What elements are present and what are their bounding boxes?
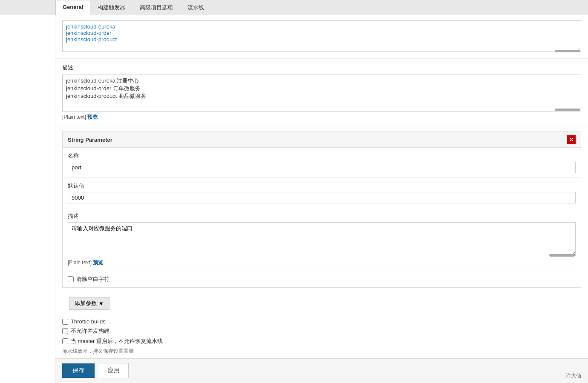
param-preview-link[interactable]: 预览 [93, 260, 103, 266]
param-name-field: 名称 [63, 148, 581, 178]
plain-text-label: [Plain text] [62, 114, 86, 120]
tab-advanced-options[interactable]: 高级项目选项 [133, 0, 180, 15]
trim-field: 清除空白字符 [63, 271, 581, 287]
add-param-container: 添加参数 ▼ [62, 293, 581, 314]
description-preview-link[interactable]: 预览 [87, 114, 98, 120]
username-footer: 许大仙 [566, 372, 581, 380]
add-param-label: 添加参数 [75, 300, 97, 307]
param-preview-row: [Plain text] 预览 [68, 259, 103, 266]
throttle-builds-checkbox[interactable] [62, 319, 68, 325]
param-default-input[interactable] [68, 192, 576, 203]
trim-checkbox-label[interactable]: 清除空白字符 [68, 275, 576, 283]
param-desc-textarea[interactable]: 请输入对应微服务的端口 [68, 222, 576, 256]
no-resume-checkbox[interactable] [62, 338, 68, 344]
apply-button[interactable]: 应用 [99, 363, 129, 378]
footer-hint: 流水线效率，持久保存设置置量 [62, 348, 581, 355]
add-param-button[interactable]: 添加参数 ▼ [69, 297, 110, 310]
description-label: 描述 [62, 64, 581, 71]
no-concurrent-builds-checkbox[interactable] [62, 328, 68, 334]
tab-build-triggers[interactable]: 构建触发器 [90, 0, 133, 15]
param-default-field: 默认值 [63, 178, 581, 208]
name-textarea[interactable]: jenkinscloud-eureka jenkinscloud-order j… [62, 20, 581, 52]
throttle-builds-label: Throttle builds [71, 318, 106, 325]
param-name-label: 名称 [68, 152, 576, 160]
no-concurrent-builds-row: 不允许并发构建 [62, 327, 581, 335]
description-section: 描述 jenkinscloud-eureka 注册中心 jenkinscloud… [55, 59, 588, 126]
no-resume-row: 当 master 重启后，不允许恢复流水线 [62, 337, 581, 345]
desc-scrollbar [555, 109, 580, 111]
param-name-input[interactable] [68, 162, 576, 173]
description-textarea[interactable]: jenkinscloud-eureka 注册中心 jenkinscloud-or… [62, 74, 581, 112]
param-desc-scrollbar [549, 254, 575, 257]
throttle-builds-row: Throttle builds [62, 318, 581, 325]
bottom-bar: 保存 应用 [55, 358, 588, 383]
name-section: jenkinscloud-eureka jenkinscloud-order j… [55, 15, 588, 59]
no-resume-label: 当 master 重启后，不允许恢复流水线 [71, 337, 163, 345]
string-param-title: String Parameter [68, 137, 112, 143]
param-desc-label: 描述 [68, 212, 576, 220]
add-param-arrow-icon: ▼ [98, 300, 104, 307]
description-preview-row: [Plain text] 预览 [62, 114, 98, 121]
tab-pipeline[interactable]: 流水线 [180, 0, 211, 15]
param-default-label: 默认值 [68, 182, 576, 190]
close-string-param-button[interactable]: × [567, 135, 576, 144]
content-area: jenkinscloud-eureka jenkinscloud-order j… [55, 15, 588, 383]
string-param-header: String Parameter × [63, 132, 581, 148]
param-desc-field: 描述 请输入对应微服务的端口 [Plain text] 预览 [63, 208, 581, 271]
left-gutter [0, 15, 55, 383]
trim-label: 清除空白字符 [76, 275, 110, 283]
name-scrollbar [555, 50, 580, 52]
tab-bar: General 构建触发器 高级项目选项 流水线 [0, 0, 588, 15]
main-content: jenkinscloud-eureka jenkinscloud-order j… [0, 15, 588, 383]
trim-checkbox[interactable] [68, 276, 74, 282]
param-plain-text-label: [Plain text] [68, 260, 92, 266]
no-concurrent-builds-label: 不允许并发构建 [71, 327, 110, 335]
tab-general[interactable]: General [55, 0, 90, 15]
string-parameter-block: String Parameter × 名称 默认值 描述 请输 [62, 131, 581, 288]
save-button[interactable]: 保存 [62, 363, 95, 378]
